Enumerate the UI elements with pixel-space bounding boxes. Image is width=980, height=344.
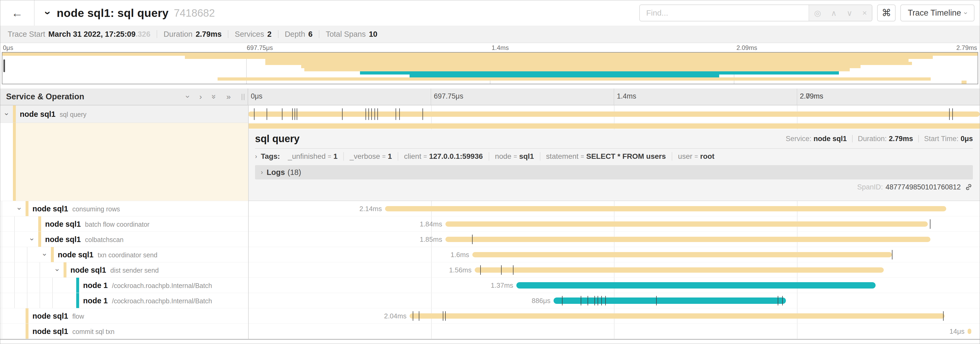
span-bar-row[interactable]: 1.6ms — [248, 247, 980, 262]
trace-start-label: Trace Start — [8, 30, 45, 38]
span-operation-name: sql query — [60, 110, 86, 118]
trace-id: 7418682 — [174, 7, 215, 19]
span-service-name: node sql1flow — [32, 312, 84, 320]
span-bar-row[interactable]: 1.37ms — [248, 278, 980, 293]
tag-value: root — [700, 152, 714, 161]
span-bar-row[interactable]: 886μs — [248, 293, 980, 308]
chevron-down-icon[interactable]: › — [53, 269, 62, 271]
span-bar-row[interactable]: 1.85ms — [248, 232, 980, 247]
collapse-one-icon[interactable]: › — [183, 95, 192, 98]
log-marker-tick — [342, 108, 342, 120]
indent-guide — [40, 293, 40, 308]
span-color-stripe — [25, 324, 29, 339]
span-bar[interactable] — [516, 282, 875, 288]
log-marker-tick — [366, 108, 366, 120]
span-bar[interactable] — [445, 237, 931, 242]
span-tree-row[interactable]: ›node sql1txn coordinator send — [0, 247, 248, 262]
span-bar-row[interactable]: 1.56ms — [248, 262, 980, 278]
gutter — [0, 123, 13, 201]
span-duration-label: 2.04ms — [384, 312, 410, 320]
minimap-drag-handle[interactable] — [3, 59, 5, 72]
span-bar[interactable] — [967, 329, 971, 334]
span-bar-row[interactable]: 2.14ms — [248, 201, 980, 216]
indent-guide — [40, 278, 40, 293]
span-bar[interactable] — [475, 267, 884, 273]
log-marker-tick — [782, 296, 783, 306]
span-service-name: node 1/cockroach.roachpb.Internal/Batch — [83, 296, 212, 305]
command-icon: ⌘ — [881, 7, 891, 19]
span-duration-label: 1.56ms — [449, 266, 475, 274]
span-bar[interactable] — [445, 221, 928, 227]
trace-start-fraction: .326 — [135, 30, 150, 38]
find-input[interactable] — [640, 5, 808, 21]
span-tree-row[interactable]: node 1/cockroach.roachpb.Internal/Batch — [0, 278, 248, 293]
span-tree-row[interactable]: node 1/cockroach.roachpb.Internal/Batch — [0, 293, 248, 308]
tag-item: statement=SELECT * FROM users — [540, 152, 672, 161]
log-marker-tick — [949, 108, 950, 120]
keyboard-shortcuts-button[interactable]: ⌘ — [877, 5, 896, 21]
tick-label: 0μs — [3, 44, 13, 51]
indent-guide — [14, 293, 15, 308]
span-tree-row[interactable]: ›node sql1colbatchscan — [0, 232, 248, 247]
span-bar[interactable] — [410, 314, 944, 318]
panel-divider[interactable] — [248, 106, 249, 339]
chevron-down-icon[interactable]: › — [3, 113, 11, 115]
collapse-trace-icon[interactable]: › — [46, 6, 50, 19]
locate-icon[interactable]: ◎ — [814, 8, 821, 18]
chevron-down-icon[interactable]: › — [28, 238, 37, 240]
span-tree-row[interactable]: ›node sql1consuming rows — [0, 201, 248, 216]
start-time-value: 0μs — [961, 135, 973, 143]
tag-key: _unfinished — [288, 152, 326, 161]
span-bar[interactable] — [248, 112, 980, 117]
indent-guide — [52, 293, 53, 308]
collapse-all-icon[interactable]: » — [210, 94, 219, 99]
span-tree-row[interactable]: ›node sql1sql query — [0, 106, 248, 123]
expand-one-icon[interactable]: › — [199, 92, 202, 101]
back-button[interactable]: ← — [0, 0, 35, 26]
minimap-canvas[interactable] — [2, 52, 978, 84]
duration-value: 2.79ms — [196, 30, 221, 38]
indent-guide — [52, 278, 53, 293]
minimap-span-row — [2, 62, 978, 65]
expanded-row-left-fill — [0, 123, 248, 201]
column-resizer-handle[interactable] — [242, 94, 245, 100]
span-tree-row[interactable]: node sql1commit sql txn — [0, 324, 248, 339]
span-bar[interactable] — [554, 298, 786, 304]
equals-sign: = — [328, 153, 331, 160]
indent-guide — [14, 247, 15, 262]
span-bar-row[interactable]: 14μs — [248, 324, 980, 339]
trace-content: ›node sql1sql query ›node sql1consuming … — [0, 106, 980, 340]
minimap-span-row — [2, 56, 978, 59]
next-result-icon[interactable]: ∨ — [846, 8, 852, 18]
logs-row[interactable]: › Logs (18) — [255, 165, 973, 179]
span-service-name: node sql1commit sql txn — [32, 327, 115, 336]
indent-guide — [2, 324, 2, 339]
minimap-span-row — [2, 53, 978, 56]
minimap-span-bar — [961, 81, 967, 84]
expand-all-icon[interactable]: » — [226, 92, 231, 101]
log-marker-tick — [282, 108, 282, 120]
span-bar[interactable] — [473, 252, 892, 258]
ruler-tick-label: 1.4ms — [617, 92, 636, 101]
trace-timeline-dropdown[interactable]: Trace Timeline › — [900, 5, 974, 21]
span-bar-row[interactable] — [248, 106, 980, 123]
span-tree-row[interactable]: ›node sql1dist sender send — [0, 262, 248, 278]
clear-search-icon[interactable]: × — [862, 8, 867, 18]
chevron-down-icon[interactable]: › — [41, 253, 49, 256]
span-tree-row[interactable]: node sql1flow — [0, 308, 248, 324]
indent-guide — [2, 201, 2, 216]
span-operation-name: flow — [72, 312, 84, 320]
prev-result-icon[interactable]: ∧ — [831, 8, 837, 18]
span-bar-row[interactable]: 1.84ms — [248, 216, 980, 232]
span-operation-name: consuming rows — [72, 205, 120, 213]
span-bar-row[interactable]: 2.04ms — [248, 308, 980, 324]
minimap-time-labels: 0μs 697.75μs 1.4ms 2.09ms 2.79ms — [0, 43, 980, 52]
tag-item: _verbose=1 — [344, 152, 398, 161]
span-tree-row[interactable]: node sql1batch flow coordinator — [0, 216, 248, 232]
chevron-down-icon[interactable]: › — [15, 207, 24, 210]
span-bar[interactable] — [385, 206, 946, 211]
link-icon[interactable] — [964, 183, 973, 191]
tag-value: 1 — [388, 152, 392, 161]
log-marker-tick — [595, 296, 595, 306]
tags-row[interactable]: › Tags: _unfinished=1_verbose=1client=12… — [255, 149, 973, 164]
